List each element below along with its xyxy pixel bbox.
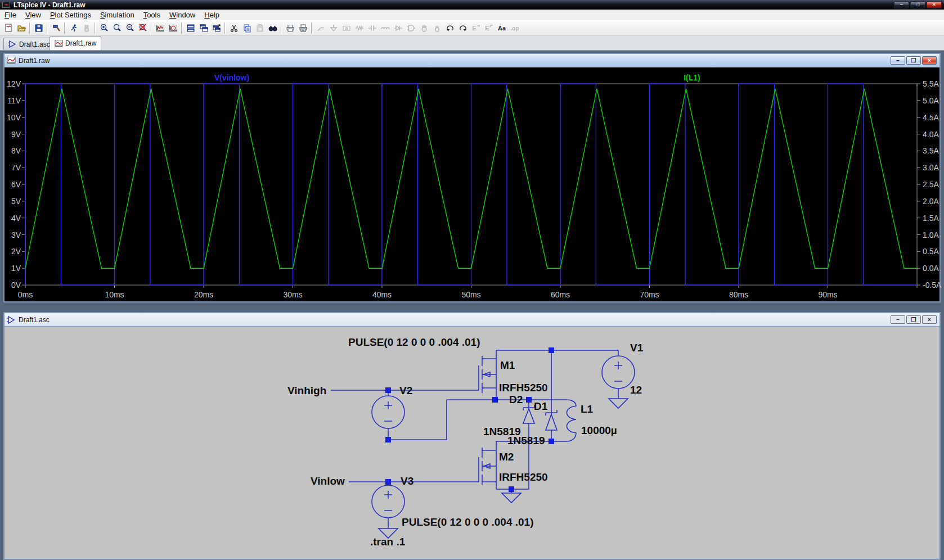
paste-button [253,22,266,34]
copy-button[interactable] [240,22,253,34]
app-title-bar: ⌁ LTspice IV - Draft1.raw – □ × [0,0,944,10]
x-axis-label: 90ms [816,290,840,299]
undo-button[interactable] [443,22,456,34]
manual-limits-icon [169,24,178,33]
schematic-icon [8,40,17,48]
schematic-canvas[interactable]: PULSE(0 12 0 0 0 .004 .01)M1IRFH5250Vinh… [5,327,939,559]
save-button[interactable] [32,22,45,34]
schematic-window-title: Draft1.asc [19,316,50,324]
menu-help[interactable]: Help [200,10,224,20]
ground-button [327,22,340,34]
cut-icon [230,24,239,33]
legend-i-l1[interactable]: I(L1) [684,73,700,82]
print-preview-button[interactable] [284,22,296,34]
label-icon: a [342,24,351,33]
schematic-label: Vinhigh [287,385,326,397]
schematic-label: V2 [399,385,412,397]
toolbar-separator [64,22,65,34]
rotate-icon: E [484,24,493,33]
paste-icon [255,24,264,33]
resistor-button [353,22,366,34]
toolbar-separator [311,22,312,34]
ltspice-app-icon: ⌁ [2,2,10,8]
app-close-button[interactable]: × [927,1,942,8]
schematic-label: IRFH5250 [499,382,548,394]
print-button[interactable] [296,22,309,34]
redo-button[interactable] [456,22,469,34]
zoom-in-button[interactable] [97,22,110,34]
tile-horizontal-button[interactable] [184,22,197,34]
zoom-extents-button[interactable] [110,22,123,34]
schematic-label: D1 [534,400,547,413]
waveform-window-title: Draft1.raw [19,57,50,65]
schematic-label: PULSE(0 12 0 0 0 .004 .01) [402,516,533,529]
zoom-undo-button[interactable] [136,22,149,34]
m1-nmos-symbol [331,350,496,400]
text-button[interactable]: Aa [495,22,508,34]
open-button[interactable] [15,22,28,34]
menu-window[interactable]: Window [165,10,200,20]
menu-view[interactable]: View [21,10,46,20]
save-icon [34,24,43,33]
schematic-label: 12 [630,384,642,396]
mirror-button: E [469,22,482,34]
cascade-button[interactable] [197,22,210,34]
tab-draft1-asc[interactable]: Draft1.asc [3,38,55,50]
find-button[interactable] [266,22,279,34]
app-maximize-button[interactable]: □ [910,1,925,8]
menu-tools[interactable]: Tools [139,10,165,20]
manual-limits-button[interactable] [167,22,179,34]
schematic-restore-button[interactable]: ❐ [906,315,921,324]
schematic-window: Draft1.asc – ❐ × [3,312,941,560]
toolbar-separator [29,22,30,34]
schematic-label: 1N5819 [507,435,545,447]
tab-draft1-raw[interactable]: Draft1.raw [50,36,101,50]
toolbar-separator [47,22,48,34]
plot-canvas[interactable]: 12V11V10V9V8V7V6V5V4V3V2V1V0V5.5A5.0A4.5… [5,67,939,301]
drag-icon [433,24,442,33]
plot-minimize-button[interactable]: – [891,56,905,65]
y-axis-left-label: 11V [7,96,21,105]
mirror-icon: E [471,24,480,33]
schematic-minimize-button[interactable]: – [891,315,905,324]
run-button[interactable] [67,22,80,34]
tab-label: Draft1.raw [65,39,96,47]
menu-file[interactable]: File [0,10,21,20]
schematic-close-button[interactable]: × [922,315,937,324]
cut-button[interactable] [227,22,240,34]
schematic-label: M2 [499,451,514,463]
cascade-icon [199,24,208,33]
schematic-window-title-bar[interactable]: Draft1.asc – ❐ × [5,313,939,327]
menu-plot-settings[interactable]: Plot Settings [46,10,96,20]
x-axis-label: 80ms [726,290,751,299]
zoom-out-button[interactable] [123,22,136,34]
y-axis-right-label: 1.0A [923,231,939,240]
plot-close-button[interactable]: × [922,56,937,65]
menu-simulation[interactable]: Simulation [96,10,139,20]
wire-icon [316,24,325,33]
svg-text:E: E [485,25,489,31]
cascade-restore-button[interactable] [210,22,223,34]
cascade-restore-icon [212,24,221,33]
plot-traces [5,67,939,301]
label-button: a [340,22,353,34]
zoom-extents-icon [113,24,122,33]
control-panel-button[interactable] [50,22,62,34]
waveform-window: Draft1.raw – ❐ × 12V11V10V9V8V7V6V5V4V3V… [3,53,941,302]
autorange-button[interactable] [154,22,167,34]
schematic-label: IRFH5250 [499,471,548,484]
schematic-window-icon [7,316,16,324]
app-minimize-button[interactable]: – [894,1,909,8]
new-schematic-button[interactable] [2,22,15,34]
schematic-label: Vinlow [311,475,345,487]
y-axis-left-label: 8V [11,146,21,155]
copy-icon [242,24,251,33]
redo-icon [458,24,467,33]
y-axis-right-label: 5.5A [923,79,939,88]
waveform-window-title-bar[interactable]: Draft1.raw – ❐ × [5,54,939,67]
y-axis-left-label: 2V [11,247,21,256]
plot-restore-button[interactable]: ❐ [906,56,921,65]
y-axis-left-label: 12V [7,79,21,88]
legend-v-vinlow[interactable]: V(vinlow) [214,73,249,82]
resistor-icon [355,24,364,33]
